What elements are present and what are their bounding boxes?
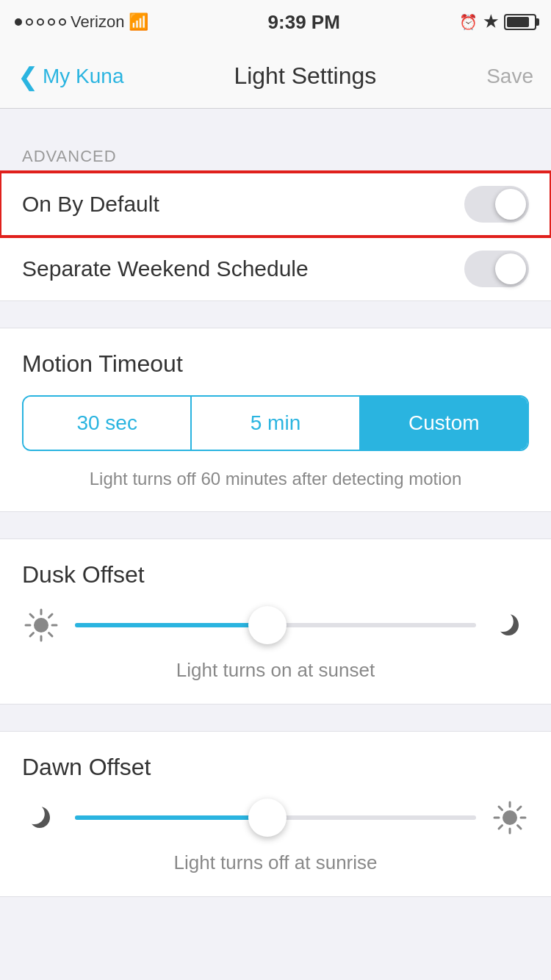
dawn-slider-fill bbox=[75, 815, 267, 820]
motion-timeout-section: Motion Timeout 30 sec 5 min Custom Light… bbox=[0, 328, 551, 512]
svg-point-0 bbox=[34, 618, 48, 633]
navigation-bar: ❮ My Kuna Light Settings Save bbox=[0, 44, 551, 109]
moon-icon-dawn bbox=[22, 799, 60, 837]
motion-timeout-title: Motion Timeout bbox=[22, 350, 529, 378]
on-by-default-toggle[interactable] bbox=[464, 186, 529, 223]
content: ADVANCED On By Default Separate Weekend … bbox=[0, 109, 551, 941]
status-bar: Verizon 📶 9:39 PM ⏰ ★ bbox=[0, 0, 551, 44]
dusk-offset-description: Light turns on at sunset bbox=[22, 659, 529, 682]
advanced-section-header: ADVANCED bbox=[0, 138, 551, 172]
dawn-slider[interactable] bbox=[75, 799, 476, 837]
dusk-slider-thumb[interactable] bbox=[248, 606, 287, 644]
signal-strength bbox=[15, 18, 66, 26]
gap-3 bbox=[0, 705, 551, 731]
svg-line-8 bbox=[30, 633, 34, 637]
signal-dot-2 bbox=[26, 18, 33, 26]
back-button[interactable]: ❮ My Kuna bbox=[18, 64, 124, 89]
svg-line-7 bbox=[49, 614, 53, 618]
separate-weekend-toggle-knob bbox=[495, 253, 526, 284]
svg-point-9 bbox=[503, 810, 517, 825]
page-title: Light Settings bbox=[234, 62, 376, 90]
on-by-default-row: On By Default bbox=[0, 172, 551, 237]
sun-icon bbox=[22, 606, 60, 644]
sun-icon-dawn bbox=[491, 799, 529, 837]
dawn-offset-section: Dawn Offset bbox=[0, 731, 551, 897]
wifi-icon: 📶 bbox=[129, 12, 148, 32]
signal-dot-4 bbox=[48, 18, 55, 26]
status-right: ⏰ ★ bbox=[459, 12, 536, 32]
dusk-offset-title: Dusk Offset bbox=[22, 561, 529, 588]
timeout-btn-30sec[interactable]: 30 sec bbox=[24, 397, 192, 450]
dawn-offset-title: Dawn Offset bbox=[22, 754, 529, 781]
separate-weekend-row: Separate Weekend Schedule bbox=[0, 237, 551, 301]
svg-line-5 bbox=[30, 614, 34, 618]
gap-2 bbox=[0, 512, 551, 538]
timeout-buttons-group: 30 sec 5 min Custom bbox=[22, 395, 529, 451]
top-spacer bbox=[0, 109, 551, 138]
signal-dot-5 bbox=[59, 18, 66, 26]
svg-line-14 bbox=[499, 807, 503, 810]
timeout-description: Light turns off 60 minutes after detecti… bbox=[22, 469, 529, 489]
timeout-btn-custom[interactable]: Custom bbox=[361, 397, 527, 450]
dawn-slider-row bbox=[22, 799, 529, 837]
svg-line-15 bbox=[518, 826, 522, 829]
signal-dot-1 bbox=[15, 18, 22, 26]
dusk-slider-track bbox=[75, 623, 476, 627]
bluetooth-icon: ★ bbox=[483, 12, 498, 32]
signal-dot-3 bbox=[37, 18, 44, 26]
svg-line-6 bbox=[49, 633, 53, 637]
on-by-default-toggle-knob bbox=[495, 189, 526, 220]
battery-indicator bbox=[504, 14, 536, 30]
dusk-offset-section: Dusk Offset bbox=[0, 538, 551, 705]
time-display: 9:39 PM bbox=[268, 11, 340, 34]
dusk-slider-row bbox=[22, 606, 529, 644]
clock-icon: ⏰ bbox=[459, 13, 478, 31]
svg-line-17 bbox=[499, 826, 503, 829]
save-button[interactable]: Save bbox=[486, 65, 533, 88]
status-left: Verizon 📶 bbox=[15, 12, 148, 32]
dusk-slider[interactable] bbox=[75, 606, 476, 644]
dusk-slider-fill bbox=[75, 623, 267, 627]
separate-weekend-label: Separate Weekend Schedule bbox=[22, 256, 309, 281]
carrier-label: Verizon bbox=[71, 12, 124, 32]
moon-icon-dusk bbox=[491, 606, 529, 644]
dawn-slider-thumb[interactable] bbox=[248, 799, 287, 837]
separate-weekend-toggle[interactable] bbox=[464, 251, 529, 287]
dawn-slider-track bbox=[75, 815, 476, 820]
on-by-default-label: On By Default bbox=[22, 192, 159, 217]
back-chevron-icon: ❮ bbox=[18, 64, 38, 89]
back-label: My Kuna bbox=[43, 65, 124, 88]
dawn-offset-description: Light turns off at sunrise bbox=[22, 851, 529, 874]
gap-1 bbox=[0, 301, 551, 328]
svg-line-16 bbox=[518, 807, 522, 810]
bottom-gap bbox=[0, 897, 551, 941]
battery-fill bbox=[507, 17, 529, 27]
timeout-btn-5min[interactable]: 5 min bbox=[192, 397, 360, 450]
